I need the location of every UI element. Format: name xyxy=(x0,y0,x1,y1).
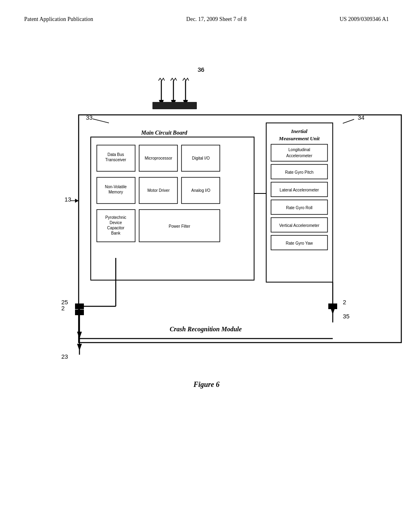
svg-text:2: 2 xyxy=(343,299,346,305)
svg-text:36: 36 xyxy=(198,66,204,73)
svg-text:Pyrotechnic: Pyrotechnic xyxy=(105,215,126,220)
svg-rect-34 xyxy=(271,144,327,161)
svg-text:25: 25 xyxy=(61,299,68,305)
svg-text:33: 33 xyxy=(86,114,93,121)
svg-text:Motor Driver: Motor Driver xyxy=(147,188,170,193)
svg-text:Longitudinal: Longitudinal xyxy=(288,148,310,152)
svg-text:Device: Device xyxy=(110,220,122,225)
svg-text:Memory: Memory xyxy=(108,190,123,194)
svg-rect-58 xyxy=(75,310,84,315)
header-center: Dec. 17, 2009 Sheet 7 of 8 xyxy=(186,16,246,23)
svg-rect-45 xyxy=(271,235,327,250)
svg-marker-5 xyxy=(183,100,188,107)
svg-text:Accelerometer: Accelerometer xyxy=(286,154,313,158)
svg-text:Digital I/O: Digital I/O xyxy=(192,156,210,160)
svg-rect-37 xyxy=(271,164,327,179)
svg-text:Crash Recognition Module: Crash Recognition Module xyxy=(170,326,242,333)
svg-text:2: 2 xyxy=(61,305,65,312)
svg-text:23: 23 xyxy=(61,353,68,360)
diagram-svg: 36 Main Circuit Board Data Bus Transceiv… xyxy=(0,0,413,532)
svg-text:Vertical Accelerometer: Vertical Accelerometer xyxy=(279,223,319,228)
svg-line-69 xyxy=(93,119,109,123)
svg-text:Rate Gyro Roll: Rate Gyro Roll xyxy=(286,206,313,210)
svg-rect-59 xyxy=(328,303,337,309)
svg-rect-57 xyxy=(75,303,84,309)
svg-rect-7 xyxy=(79,115,401,343)
svg-text:Figure 6: Figure 6 xyxy=(193,380,220,389)
svg-rect-13 xyxy=(139,145,177,171)
svg-text:Bank: Bank xyxy=(111,231,121,235)
svg-rect-43 xyxy=(271,218,327,232)
svg-text:Data Bus: Data Bus xyxy=(107,152,124,157)
svg-text:34: 34 xyxy=(358,114,365,121)
svg-marker-3 xyxy=(171,100,176,107)
svg-marker-53 xyxy=(77,344,82,351)
svg-text:Main Circuit Board: Main Circuit Board xyxy=(141,130,188,136)
svg-marker-72 xyxy=(75,199,79,203)
svg-rect-29 xyxy=(139,210,220,242)
svg-rect-6 xyxy=(152,102,197,109)
header-left: Patent Application Publication xyxy=(24,16,93,23)
page: Patent Application Publication Dec. 17, … xyxy=(0,0,413,532)
svg-rect-41 xyxy=(271,200,327,214)
svg-rect-10 xyxy=(97,145,135,171)
label-36: 36 xyxy=(198,66,204,73)
svg-text:Inertial: Inertial xyxy=(291,128,308,134)
header-right: US 2009/0309346 A1 xyxy=(340,16,389,23)
svg-text:Rate Gyro Yaw: Rate Gyro Yaw xyxy=(286,241,313,245)
svg-rect-20 xyxy=(139,177,177,204)
svg-text:Analog I/O: Analog I/O xyxy=(191,188,210,193)
svg-rect-8 xyxy=(91,137,254,280)
svg-rect-15 xyxy=(181,145,220,171)
svg-rect-17 xyxy=(97,177,135,204)
svg-rect-24 xyxy=(97,210,135,242)
svg-text:Capacitor: Capacitor xyxy=(107,226,125,230)
svg-text:Non-Volatile: Non-Volatile xyxy=(105,185,127,189)
svg-rect-31 xyxy=(266,123,333,282)
svg-text:13: 13 xyxy=(65,196,71,203)
svg-marker-1 xyxy=(159,100,164,107)
svg-marker-55 xyxy=(330,308,335,314)
header: Patent Application Publication Dec. 17, … xyxy=(24,16,389,23)
svg-marker-51 xyxy=(77,332,82,339)
svg-text:Power Filter: Power Filter xyxy=(169,224,190,229)
svg-rect-22 xyxy=(181,177,220,204)
svg-text:Rate Gyro Pitch: Rate Gyro Pitch xyxy=(285,170,314,175)
svg-text:Transceiver: Transceiver xyxy=(105,158,127,162)
svg-text:Measurement Unit: Measurement Unit xyxy=(279,135,320,141)
svg-text:35: 35 xyxy=(343,313,350,320)
svg-text:Lateral Accelerometer: Lateral Accelerometer xyxy=(280,188,319,192)
svg-rect-39 xyxy=(271,182,327,197)
svg-line-70 xyxy=(343,119,354,123)
svg-text:Microprocessor: Microprocessor xyxy=(145,156,173,160)
